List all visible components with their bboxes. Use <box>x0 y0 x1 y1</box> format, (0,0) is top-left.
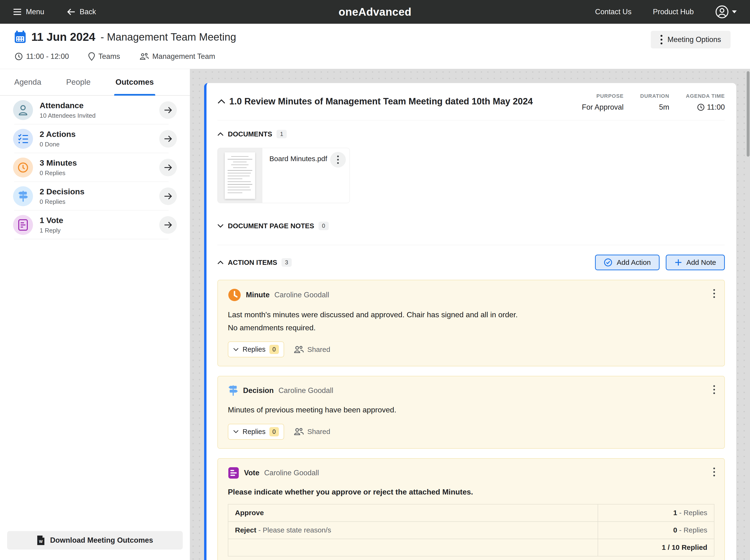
ballot-icon <box>228 467 239 479</box>
agenda-item-title: 1.0 Review Minutes of Management Team Me… <box>229 96 533 106</box>
decision-menu-button[interactable] <box>708 382 720 397</box>
documents-label: DOCUMENTS <box>228 130 272 138</box>
menu-button[interactable]: Menu <box>13 7 44 16</box>
hamburger-icon <box>13 8 22 16</box>
open-vote-button[interactable] <box>159 216 177 234</box>
sidebar-item-actions[interactable]: 2 Actions 0 Done <box>0 124 190 153</box>
clock-icon <box>697 103 705 111</box>
purpose-label: PURPOSE <box>582 93 624 99</box>
tab-agenda[interactable]: Agenda <box>14 69 41 95</box>
download-meeting-outcomes-button[interactable]: W Download Meeting Outcomes <box>7 531 183 549</box>
vertical-scrollbar[interactable] <box>747 71 750 157</box>
ballot-icon <box>13 215 33 235</box>
vote-replied-summary: 1 / 10 Replied <box>662 543 707 551</box>
svg-text:W: W <box>39 540 43 544</box>
item-title: 3 Minutes <box>40 158 77 167</box>
sidebar: Agenda People Outcomes Attendance 10 Att… <box>0 69 190 560</box>
meeting-team: Management Team <box>140 52 215 61</box>
page-notes-section-header: DOCUMENT PAGE NOTES 0 <box>217 222 725 230</box>
chevron-up-icon[interactable] <box>217 132 223 136</box>
agenda-time-block: AGENDA TIME 11:00 <box>686 93 725 112</box>
agenda-time-label: AGENDA TIME <box>686 93 725 99</box>
vote-menu-button[interactable] <box>708 465 720 479</box>
calendar-icon <box>14 31 26 43</box>
card-author: Caroline Goodall <box>264 468 319 477</box>
meeting-time: 11:00 - 12:00 <box>15 52 69 61</box>
chevron-up-icon[interactable] <box>217 261 223 264</box>
minute-replies-toggle[interactable]: Replies 0 <box>228 341 284 357</box>
purpose-block: PURPOSE For Approval <box>582 93 624 112</box>
table-row: Reject - Please state reason/s 0 - Repli… <box>228 522 714 539</box>
people-group-icon <box>294 345 304 354</box>
documents-count-badge: 1 <box>277 130 287 138</box>
open-decisions-button[interactable] <box>159 187 177 205</box>
account-menu-button[interactable] <box>715 5 737 19</box>
action-items-label: ACTION ITEMS <box>228 259 277 266</box>
document-card[interactable]: Board Minutes.pdf <box>217 148 350 203</box>
duration-label: DURATION <box>640 93 669 99</box>
minute-menu-button[interactable] <box>708 286 720 301</box>
replies-count-badge: 0 <box>269 427 279 436</box>
back-arrow-icon <box>67 8 76 16</box>
arrow-right-icon <box>164 106 172 114</box>
sidebar-item-vote[interactable]: 1 Vote 1 Reply <box>0 211 190 239</box>
vote-question: Please indicate whether you approve or r… <box>228 487 714 496</box>
divider <box>217 245 725 245</box>
people-group-icon <box>140 53 149 60</box>
minute-shared-status: Shared <box>294 345 330 354</box>
documents-section-header: DOCUMENTS 1 <box>217 130 725 138</box>
meeting-location: Teams <box>88 52 120 61</box>
reject-replies-count: 0 <box>673 526 677 534</box>
duration-value: 5m <box>640 103 669 112</box>
decision-replies-toggle[interactable]: Replies 0 <box>228 424 284 440</box>
document-menu-button[interactable] <box>330 152 346 167</box>
arrow-right-icon <box>164 193 172 200</box>
clock-icon <box>15 53 23 60</box>
back-button[interactable]: Back <box>67 7 96 16</box>
caret-down-icon <box>732 10 737 14</box>
avatar-icon <box>715 5 729 19</box>
table-row: 1 / 10 Replied <box>228 539 714 556</box>
product-hub-link[interactable]: Product Hub <box>653 7 694 16</box>
brand-logo: oneAdvanced <box>338 5 411 18</box>
word-document-icon: W <box>37 535 45 545</box>
people-group-icon <box>294 427 304 436</box>
open-attendance-button[interactable] <box>159 101 177 119</box>
clock-icon <box>13 158 33 178</box>
tab-people[interactable]: People <box>66 69 91 95</box>
kebab-icon <box>713 289 715 298</box>
action-items-section-header: ACTION ITEMS 3 Add Action <box>217 255 725 270</box>
card-type-label: Minute <box>246 291 270 299</box>
meeting-options-button[interactable]: Meeting Options <box>651 31 731 48</box>
meeting-date: 11 Jun 2024 <box>31 31 95 43</box>
page-header: 11 Jun 2024 - Management Team Meeting 11… <box>0 24 750 69</box>
sidebar-item-attendance[interactable]: Attendance 10 Attendees Invited <box>0 96 190 124</box>
check-circle-icon <box>604 258 612 267</box>
plus-icon <box>674 259 682 266</box>
kebab-icon <box>660 35 663 45</box>
purpose-value: For Approval <box>582 103 624 112</box>
add-note-button[interactable]: Add Note <box>666 255 725 270</box>
document-thumbnail <box>225 152 255 199</box>
card-author: Caroline Goodall <box>274 291 329 299</box>
tab-outcomes[interactable]: Outcomes <box>116 69 154 95</box>
divider <box>217 120 725 120</box>
minute-clock-icon <box>228 288 241 302</box>
arrow-right-icon <box>164 164 172 171</box>
kebab-icon <box>713 467 715 477</box>
add-action-button[interactable]: Add Action <box>595 255 659 270</box>
collapse-item-chevron[interactable] <box>217 99 225 104</box>
sidebar-item-decisions[interactable]: 2 Decisions 0 Replies <box>0 182 190 211</box>
contact-us-link[interactable]: Contact Us <box>595 7 631 16</box>
open-minutes-button[interactable] <box>159 159 177 176</box>
sidebar-item-minutes[interactable]: 3 Minutes 0 Replies <box>0 153 190 182</box>
meeting-title: - Management Team Meeting <box>101 31 236 43</box>
item-title: 1 Vote <box>40 216 63 225</box>
minute-text-line2: No amendments required. <box>228 323 714 333</box>
app-root: Menu Back oneAdvanced Contact Us Product… <box>0 0 750 560</box>
open-actions-button[interactable] <box>159 130 177 147</box>
minute-card: Minute Caroline Goodall Last month's min… <box>217 280 725 366</box>
chevron-down-icon[interactable] <box>217 224 223 228</box>
item-subtitle: 10 Attendees Invited <box>40 112 96 119</box>
action-items-count-badge: 3 <box>281 258 292 267</box>
